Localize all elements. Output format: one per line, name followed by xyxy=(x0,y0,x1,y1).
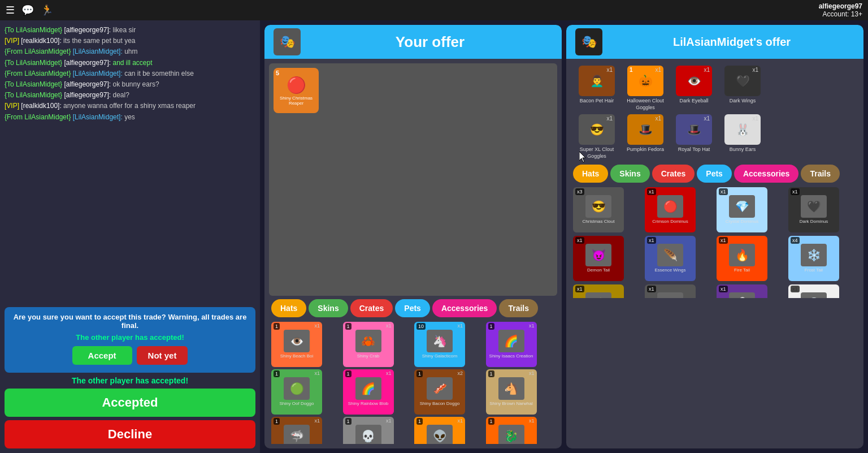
person-icon[interactable]: 🏃 xyxy=(41,4,53,16)
grid-item-beachboi[interactable]: 1x1 👁️ Shiny Beach Boi xyxy=(271,322,322,367)
their-offer-panel: 🎭 LilAsianMidget's offer x1 👨‍🦱 Bacon Pe… xyxy=(566,25,863,448)
confirm-warning-text: Are you sure you want to accept this tra… xyxy=(11,313,249,330)
their-grid-demon[interactable]: x1 😈 Demon Tail xyxy=(573,236,624,281)
tab-pets-your[interactable]: Pets xyxy=(395,299,430,317)
your-offer-panel: 🎭 Your offer 5 🔴 Shiny ChristmasReaper H… xyxy=(264,25,562,448)
tab-skins-their[interactable]: Skins xyxy=(610,165,649,183)
grid-item-bacondoggo[interactable]: 1x2 🥓 Shiny Bacon Doggo xyxy=(414,369,465,415)
not-yet-button[interactable]: Not yet xyxy=(137,346,188,365)
chat-sender: [alfiegeorge97]: xyxy=(64,26,111,34)
their-item-baconhair[interactable]: x1 👨‍🦱 Bacon Pet Hair xyxy=(574,66,619,111)
their-item-pumpkin-fedora[interactable]: x1 🎩 Pumpkin Fedora xyxy=(623,114,668,159)
chat-vip: [VIP] xyxy=(5,102,19,110)
chat-sender: [LilAsianMidget]: xyxy=(73,48,123,55)
their-grid-halloween-hat[interactable]: x1 🎩 Halloween Top Hat xyxy=(645,284,696,298)
hamburger-icon[interactable]: ☰ xyxy=(6,4,15,16)
item-qty: 5 xyxy=(276,70,279,76)
their-bottom-grid: x3 😎 Christmas Clout x1 🔴 Crimson Dominu… xyxy=(571,185,859,298)
their-grid-haunted[interactable]: x1 👻 Haunted Dominus xyxy=(717,284,767,298)
grid-item-grayskeleton[interactable]: 1x1 💀 Shiny Grey Skeleton xyxy=(343,417,394,444)
trade-area: 🎭 Your offer 5 🔴 Shiny ChristmasReaper H… xyxy=(260,20,868,453)
their-grid-crystal[interactable]: x1 💎 Crystal Dominus xyxy=(717,187,767,232)
their-offer-tab-bar: Hats Skins Crates Pets Accessories Trail… xyxy=(571,161,859,185)
their-grid-frosttail[interactable]: x4 ❄️ Frost Tail xyxy=(788,236,839,281)
their-grid-crimson[interactable]: x1 🔴 Crimson Dominus xyxy=(645,187,696,232)
chat-line: {From LilAsianMidget} [LilAsianMidget]: … xyxy=(5,112,255,123)
chat-sender: [realkidk100]: xyxy=(21,37,61,45)
tab-accessories-your[interactable]: Accessories xyxy=(432,299,497,317)
chat-text: can it be somethin else xyxy=(124,70,194,77)
chat-icon[interactable]: 💬 xyxy=(21,4,34,16)
item-name: Shiny ChristmasReaper xyxy=(280,96,313,106)
accepted-big-button[interactable]: Accepted xyxy=(5,389,255,417)
chat-text: uhm xyxy=(124,48,137,55)
grid-item-orangealien[interactable]: 1x1 👽 Shiny Orange Alien xyxy=(414,417,465,444)
their-item-xlclout[interactable]: x1 😎 Super XL Clout Goggles xyxy=(574,114,619,159)
chat-prefix: {To LilAsianMidget} xyxy=(5,59,62,67)
grid-item-oofdoggo[interactable]: 1x1 🟢 Shiny Oof Doggo xyxy=(271,369,322,415)
chat-line: [VIP] [realkidk100]: anyone wanna offer … xyxy=(5,101,255,111)
their-item-dark-wings[interactable]: x1 🖤 Dark Wings xyxy=(720,66,765,111)
item-icon: 🔴 xyxy=(287,76,306,94)
grid-item-orangedragon[interactable]: 1x1 🐉 Shiny Orange Dragon xyxy=(486,417,537,444)
tab-trails-your[interactable]: Trails xyxy=(499,299,538,317)
chat-vip: [VIP] xyxy=(5,37,19,45)
tab-hats-their[interactable]: Hats xyxy=(573,165,608,183)
chat-messages: {To LilAsianMidget} [alfiegeorge97]: lik… xyxy=(5,25,255,303)
their-grid-xmasclout[interactable]: x3 😎 Christmas Clout xyxy=(573,187,624,232)
chat-prefix: {To LilAsianMidget} xyxy=(5,26,62,34)
chat-sender: [LilAsianMidget]: xyxy=(73,113,123,121)
grid-item-brownnarwhal[interactable]: 1x1 🐴 Shiny Brown Narwhal xyxy=(486,369,537,415)
your-offer-title: Your offer xyxy=(307,33,553,51)
tab-pets-their[interactable]: Pets xyxy=(697,165,732,183)
account-label: Account: 13+ xyxy=(819,10,862,18)
chat-sender: [alfiegeorge97]: xyxy=(64,80,111,88)
tab-skins-your[interactable]: Skins xyxy=(309,299,348,317)
your-items-area: 5 🔴 Shiny ChristmasReaper xyxy=(269,63,557,296)
chat-line: {To LilAsianMidget} [alfiegeorge97]: ok … xyxy=(5,79,255,90)
their-item-halloween-goggles[interactable]: 1 x1 🎃 Halloween Clout Goggles xyxy=(623,66,668,111)
chat-line: {From LilAsianMidget} [LilAsianMidget]: … xyxy=(5,68,255,79)
their-item-dark-eyeball[interactable]: x1 👁️ Dark Eyeball xyxy=(671,66,717,111)
their-item-bunny-ears[interactable]: x1 🐰 Bunny Ears xyxy=(720,114,765,159)
your-offer-item-reaper[interactable]: 5 🔴 Shiny ChristmasReaper xyxy=(274,68,319,113)
chat-text: anyone wanna offer for a shiny xmas reap… xyxy=(63,102,196,110)
tab-crates-their[interactable]: Crates xyxy=(652,165,695,183)
their-grid-headless[interactable]: x1 💀 Headless xyxy=(788,284,839,298)
chat-line: {To LilAsianMidget} [alfiegeorge97]: dea… xyxy=(5,90,255,101)
decline-big-button[interactable]: Decline xyxy=(5,420,255,448)
accept-button[interactable]: Accept xyxy=(72,346,132,365)
their-grid-dark[interactable]: x1 🖤 Dark Dominus xyxy=(788,187,839,232)
your-avatar: 🎭 xyxy=(274,28,301,55)
chat-text: deal? xyxy=(113,91,129,99)
tab-trails-their[interactable]: Trails xyxy=(801,165,840,183)
chat-sender: [alfiegeorge97]: xyxy=(64,59,111,67)
bottom-status: The other player has accepted! Accepted … xyxy=(5,376,255,448)
chat-sender: [realkidk100]: xyxy=(21,102,61,110)
their-grid-essence[interactable]: x1 🪶 Essence Wings xyxy=(645,236,696,281)
chat-sender: [alfiegeorge97]: xyxy=(64,91,111,99)
grid-item-crab[interactable]: 1x1 🦀 Shiny Crab xyxy=(343,322,394,367)
their-grid-goldenwings[interactable]: x1 ✨ Golden Wings xyxy=(573,284,624,298)
other-accepted-label: The other player has accepted! xyxy=(5,376,255,385)
their-item-royal-tophat[interactable]: x1 🎩 Royal Top Hat xyxy=(671,114,717,159)
tab-hats-your[interactable]: Hats xyxy=(271,299,306,317)
tab-accessories-their[interactable]: Accessories xyxy=(734,165,799,183)
topbar: ☰ 💬 🏃 alfiegeorge97 Account: 13+ xyxy=(0,0,868,20)
chat-text: ok bunny ears? xyxy=(113,80,159,88)
grid-item-rainbowblob[interactable]: 1x1 🌈 Shiny Rainbow Blob xyxy=(343,369,394,415)
their-grid-firetail[interactable]: x1 🔥 Fire Tail xyxy=(717,236,767,281)
tab-crates-your[interactable]: Crates xyxy=(350,299,393,317)
chat-prefix: {To LilAsianMidget} xyxy=(5,80,62,88)
their-offer-content: x1 👨‍🦱 Bacon Pet Hair 1 x1 🎃 Halloween C… xyxy=(566,59,863,448)
grid-item-isaacs[interactable]: 1x1 🌈 Shiny Isaacs Creation xyxy=(486,322,537,367)
main-layout: {To LilAsianMidget} [alfiegeorge97]: lik… xyxy=(0,20,868,453)
chat-text: its the same pet but yea xyxy=(63,37,135,45)
chat-prefix: {From LilAsianMidget} xyxy=(5,48,71,55)
your-offer-tab-bar: Hats Skins Crates Pets Accessories Trail… xyxy=(269,296,557,320)
grid-item-brownshark[interactable]: 1x1 🦈 Shiny Brown Shark xyxy=(271,417,322,444)
grid-item-galacticorn[interactable]: 10x1 🦄 Shiny Galacticorn xyxy=(414,322,465,367)
chat-line: {From LilAsianMidget} [LilAsianMidget]: … xyxy=(5,46,255,57)
chat-text: yes xyxy=(124,113,135,121)
chat-sender: [LilAsianMidget]: xyxy=(73,70,123,77)
